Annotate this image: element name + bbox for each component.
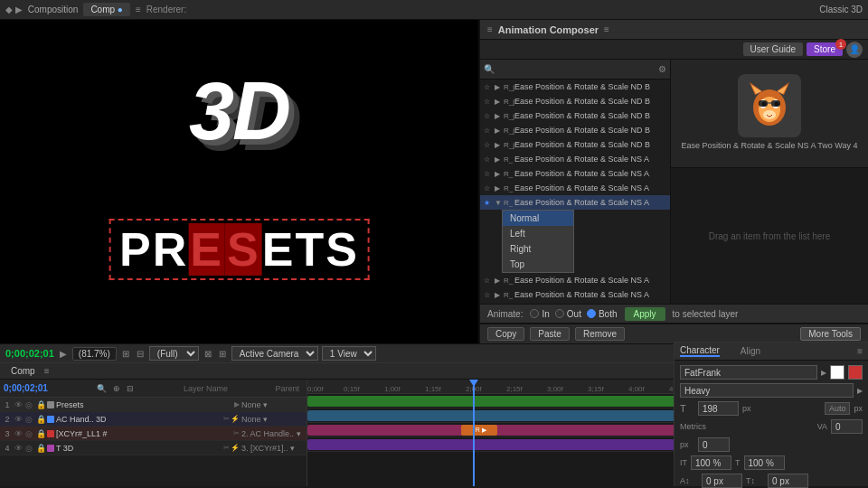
solo-icon[interactable]: ◎ xyxy=(25,444,34,453)
character-panel: Character | Align ≡ ▶ ▶ T px xyxy=(674,342,868,486)
view-select[interactable]: 1 View xyxy=(322,346,376,361)
menu-icon[interactable]: ≡ xyxy=(136,5,141,14)
add-layer-button[interactable]: ⊕ xyxy=(111,384,122,393)
list-item[interactable]: ☆ ▶ R_j Ease Position & Rotate & Scale N… xyxy=(480,137,670,152)
auto-button[interactable]: Auto xyxy=(825,402,851,415)
anim-menu-icon[interactable]: ≡ xyxy=(604,24,861,34)
dd-item-right[interactable]: Right xyxy=(503,241,573,257)
anim-top-controls: User Guide Store 1 👤 xyxy=(480,40,868,60)
layer-icons: ✂ ⚡ xyxy=(223,415,240,423)
dd-item-top[interactable]: Top xyxy=(503,257,573,272)
align-tab[interactable]: Align xyxy=(741,346,760,356)
parent-col[interactable]: None ▾ xyxy=(241,400,305,409)
store-button[interactable]: Store 1 xyxy=(807,42,843,56)
search-input[interactable] xyxy=(498,64,655,74)
viewer-btn[interactable]: ⊞ xyxy=(217,349,228,359)
star-icon[interactable]: ☆ xyxy=(484,155,493,164)
region-button[interactable]: ⊠ xyxy=(203,349,213,359)
eye-icon[interactable]: 👁 xyxy=(14,429,24,438)
bottom-toolbar: Copy Paste Remove More Tools xyxy=(480,324,868,343)
star-icon[interactable]: ☆ xyxy=(484,291,493,299)
list-item[interactable]: ☆ ▶ R_ Ease Position & Rotate & Scale NS… xyxy=(480,181,670,195)
star-icon[interactable]: ☆ xyxy=(484,83,493,91)
font-color-swatch[interactable] xyxy=(830,365,844,380)
timeline-timecode: 0;00;02;01 xyxy=(4,383,48,393)
snap-button[interactable]: ⊞ xyxy=(120,349,131,359)
kern-input[interactable] xyxy=(831,419,863,434)
paste-button[interactable]: Paste xyxy=(530,327,570,341)
star-icon[interactable]: ☆ xyxy=(484,112,493,120)
radio-in[interactable]: In xyxy=(530,309,549,319)
play-button[interactable]: ▶ xyxy=(58,349,69,359)
star-icon[interactable]: ☆ xyxy=(484,184,493,192)
star-icon[interactable]: ☆ xyxy=(484,141,493,149)
layer-options-button[interactable]: ⊟ xyxy=(125,384,136,393)
char-menu-icon[interactable]: ≡ xyxy=(857,346,863,356)
lock-icon[interactable]: 🔒 xyxy=(36,400,45,409)
font-size-input[interactable] xyxy=(698,401,739,416)
list-item[interactable]: ☆ ▶ R_j Ease Position & Rotate & Scale N… xyxy=(480,123,670,137)
solo-icon[interactable]: ◎ xyxy=(25,400,34,409)
list-item[interactable]: ☆ ▶ R_ Ease Position & Rotate & Scale NS… xyxy=(480,166,670,181)
camera-select[interactable]: Active Camera xyxy=(231,346,318,361)
lock-icon[interactable]: 🔒 xyxy=(36,444,45,453)
star-icon[interactable]: ☆ xyxy=(484,277,493,285)
star-icon[interactable]: ☆ xyxy=(484,127,493,135)
comp-tab[interactable]: Comp ● xyxy=(83,3,130,16)
px-input[interactable] xyxy=(698,437,730,452)
offset-b-input[interactable] xyxy=(768,474,808,488)
parent-col[interactable]: 3. [XCYr#1].. ▾ xyxy=(241,444,305,453)
remove-button[interactable]: Remove xyxy=(575,327,625,341)
star-icon[interactable]: ☆ xyxy=(484,98,493,106)
drag-hint: Drag an item from the list here xyxy=(709,231,831,241)
offset-a-input[interactable] xyxy=(702,474,742,488)
dd-item-normal[interactable]: Normal xyxy=(503,211,573,226)
font-weight-input[interactable] xyxy=(680,383,854,398)
radio-both[interactable]: Both xyxy=(587,309,618,319)
solo-icon[interactable]: ◎ xyxy=(25,429,34,438)
list-item[interactable]: ☆ ▶ R_ Ease Position & Rotate & Scale NS… xyxy=(480,152,670,166)
char-tab[interactable]: Character xyxy=(680,345,720,357)
apply-button[interactable]: Apply xyxy=(625,307,665,321)
solo-icon[interactable]: ◎ xyxy=(25,415,34,424)
grid-button[interactable]: ⊟ xyxy=(135,349,146,359)
list-item[interactable]: ☆ ▶ R_j Ease Position & Rotate & Scale N… xyxy=(480,94,670,108)
preset-list[interactable]: 🔍 ⚙ ☆ ▶ R_j Ease Position & Rotate & Sca… xyxy=(480,60,670,304)
user-avatar[interactable]: 👤 xyxy=(846,42,863,58)
list-item[interactable]: ☆ ▶ R_j Ease Position & Rotate & Scale N… xyxy=(480,108,670,123)
layer-row[interactable]: 3 👁 ◎ 🔒 [XCYr#_LL1 # ✂ 2. AC Handle.. ▾ xyxy=(0,427,307,441)
zoom-display[interactable]: (81.7%) xyxy=(72,347,117,361)
lock-icon[interactable]: 🔒 xyxy=(36,429,45,438)
layer-row[interactable]: 1 👁 ◎ 🔒 Presets ▶ None ▾ xyxy=(0,398,307,412)
list-item[interactable]: ☆ ▶ R_j Ease Position & Rotate & Scale N… xyxy=(480,80,670,94)
settings-icon[interactable]: ⚙ xyxy=(658,64,666,74)
list-item-expanded[interactable]: ★ ▼ R_ Ease Position & Rotate & Scale NS… xyxy=(480,195,670,210)
star-icon[interactable]: ☆ xyxy=(484,170,493,178)
star-icon-filled[interactable]: ★ xyxy=(484,199,493,207)
list-item[interactable]: ☆ ▶ R_ Ease Position & Rotate & Scale NS… xyxy=(480,287,670,302)
layer-row[interactable]: 2 👁 ◎ 🔒 AC Hand.. 3D ✂ ⚡ None ▾ xyxy=(0,412,307,427)
eye-icon[interactable]: 👁 xyxy=(14,415,24,424)
playhead[interactable] xyxy=(473,380,475,486)
font-name-input[interactable] xyxy=(680,365,817,380)
parent-col[interactable]: 2. AC Handle.. ▾ xyxy=(241,429,305,438)
more-tools-button[interactable]: More Tools xyxy=(800,327,861,341)
eye-icon[interactable]: 👁 xyxy=(14,444,24,453)
radio-out[interactable]: Out xyxy=(555,309,581,319)
parent-col[interactable]: None ▾ xyxy=(241,415,305,424)
scale-v-input[interactable] xyxy=(744,455,785,470)
scale-h-input[interactable] xyxy=(691,455,731,470)
timeline-area: Comp ≡ 0;00;02;01 🔍 ⊕ ⊟ Layer Name Paren… xyxy=(0,363,868,486)
timeline-menu[interactable]: ≡ xyxy=(44,366,50,376)
search-layer-button[interactable]: 🔍 xyxy=(95,384,108,393)
lock-icon[interactable]: 🔒 xyxy=(36,415,45,424)
layer-row[interactable]: 4 👁 ◎ 🔒 T 3D ✂ ⚡ 3. [XCYr#1].. ▾ xyxy=(0,441,307,455)
eye-icon[interactable]: 👁 xyxy=(14,400,24,409)
copy-button[interactable]: Copy xyxy=(487,327,524,341)
size-row: T px Auto px xyxy=(680,400,863,417)
user-guide-button[interactable]: User Guide xyxy=(743,42,804,56)
font-color-swatch2[interactable] xyxy=(848,365,863,380)
list-item[interactable]: ☆ ▶ R_ Ease Position & Rotate & Scale NS… xyxy=(480,273,670,287)
dd-item-left[interactable]: Left xyxy=(503,226,573,241)
quality-select[interactable]: (Full) (Half) xyxy=(149,346,199,361)
